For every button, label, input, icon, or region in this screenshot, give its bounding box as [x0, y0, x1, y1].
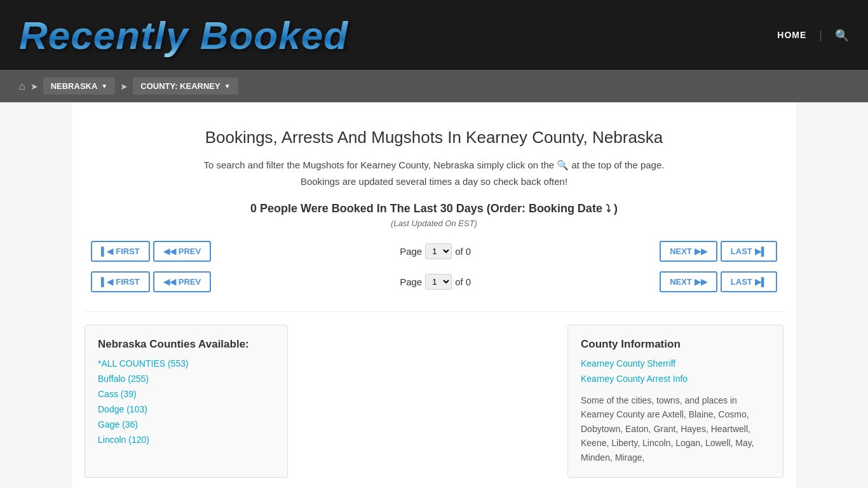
of-label-2: of 0: [455, 276, 471, 287]
breadcrumb-nebraska[interactable]: NEBRASKA ▼: [43, 78, 116, 95]
breadcrumb-sep-1: ➤: [31, 81, 38, 92]
of-label-1: of 0: [455, 246, 471, 257]
description-text: To search and filter the Mugshots for Ke…: [85, 157, 783, 189]
site-logo[interactable]: Recently Booked: [19, 13, 348, 58]
breadcrumb-county[interactable]: COUNTY: KEARNEY ▼: [133, 78, 238, 95]
pagination-right-2: NEXT ▶▶ LAST ▶▌: [660, 271, 777, 292]
page-select-2[interactable]: 1: [425, 274, 452, 290]
next-icon-1: ▶▶: [695, 247, 707, 256]
desc-line1: To search and filter the Mugshots for Ke…: [204, 159, 555, 170]
prev-icon-2: ◀◀: [163, 277, 176, 287]
county-link-4[interactable]: Gage (36): [98, 419, 275, 430]
pagination-left-1: ▌◀ FIRST ◀◀ PREV: [91, 241, 211, 262]
first-button-1[interactable]: ▌◀ FIRST: [91, 241, 150, 262]
first-icon-1: ▌◀: [101, 247, 113, 256]
sort-icon[interactable]: ⤵: [606, 203, 611, 214]
prev-button-1[interactable]: ◀◀ PREV: [153, 241, 211, 262]
booking-count: 0 People Were Booked In The Last 30 Days…: [85, 202, 783, 215]
bottom-section: Nebraska Counties Available: *ALL COUNTI…: [85, 311, 783, 488]
desc-line2: at the top of the page.: [572, 159, 665, 170]
search-icon-button[interactable]: 🔍: [835, 28, 849, 43]
breadcrumb-bar: ⌂ ➤ NEBRASKA ▼ ➤ COUNTY: KEARNEY ▼: [0, 70, 868, 102]
site-header: Recently Booked HOME | 🔍: [0, 0, 868, 70]
next-button-1[interactable]: NEXT ▶▶: [660, 241, 717, 262]
first-icon-2: ▌◀: [101, 277, 113, 287]
last-button-2[interactable]: LAST ▶▌: [721, 271, 777, 292]
next-icon-2: ▶▶: [695, 277, 707, 287]
prev-button-2[interactable]: ◀◀ PREV: [153, 271, 211, 292]
right-links-list: Kearney County Sherriff Kearney County A…: [581, 358, 770, 384]
last-icon-2: ▶▌: [755, 277, 767, 287]
breadcrumb-sep-2: ➤: [120, 81, 128, 92]
page-title: Bookings, Arrests And Mugshots In Kearne…: [85, 128, 783, 147]
county-link-1[interactable]: Buffalo (255): [98, 374, 275, 384]
nav-divider: |: [819, 29, 822, 42]
pagination-row-2: ▌◀ FIRST ◀◀ PREV Page 1 of 0 NEXT ▶▶ LAS…: [85, 271, 783, 292]
pagination-row-1: ▌◀ FIRST ◀◀ PREV Page 1 of 0 NEXT ▶▶ LAS…: [85, 241, 783, 262]
home-nav-link[interactable]: HOME: [777, 30, 806, 40]
right-panel-title: County Information: [581, 338, 770, 351]
search-inline-icon: 🔍: [557, 159, 571, 170]
prev-icon-1: ◀◀: [163, 247, 176, 256]
page-select-1[interactable]: 1: [425, 243, 452, 259]
next-button-2[interactable]: NEXT ▶▶: [660, 271, 717, 292]
chevron-down-icon-2: ▼: [224, 83, 231, 90]
left-panel: Nebraska Counties Available: *ALL COUNTI…: [85, 325, 288, 478]
county-link-3[interactable]: Dodge (103): [98, 404, 275, 414]
main-content: Bookings, Arrests And Mugshots In Kearne…: [72, 102, 796, 488]
pagination-right-1: NEXT ▶▶ LAST ▶▌: [660, 241, 777, 262]
county-links-list: *ALL COUNTIES (553) Buffalo (255) Cass (…: [98, 358, 275, 445]
header-nav: HOME | 🔍: [777, 28, 849, 43]
middle-panel: [301, 325, 555, 478]
last-button-1[interactable]: LAST ▶▌: [721, 241, 777, 262]
right-link-0[interactable]: Kearney County Sherriff: [581, 358, 770, 369]
county-description: Some of the cities, towns, and places in…: [581, 393, 770, 464]
left-panel-title: Nebraska Counties Available:: [98, 338, 275, 351]
search-icon: 🔍: [835, 29, 849, 42]
pagination-left-2: ▌◀ FIRST ◀◀ PREV: [91, 271, 211, 292]
desc-line3: Bookings are updated several times a day…: [301, 176, 567, 187]
pagination-center-2: Page 1 of 0: [400, 274, 471, 290]
page-label-2: Page: [400, 276, 422, 287]
first-button-2[interactable]: ▌◀ FIRST: [91, 271, 150, 292]
chevron-down-icon: ▼: [101, 83, 107, 90]
county-link-2[interactable]: Cass (39): [98, 389, 275, 399]
page-label-1: Page: [400, 246, 422, 257]
county-link-0[interactable]: *ALL COUNTIES (553): [98, 358, 275, 369]
breadcrumb-home-icon[interactable]: ⌂: [19, 81, 25, 92]
right-link-1[interactable]: Kearney County Arrest Info: [581, 374, 770, 384]
county-link-5[interactable]: Lincoln (120): [98, 435, 275, 445]
pagination-center-1: Page 1 of 0: [400, 243, 471, 259]
right-panel: County Information Kearney County Sherri…: [567, 325, 783, 478]
last-updated-text: (Last Updated On EST): [85, 219, 783, 228]
last-icon-1: ▶▌: [755, 247, 767, 256]
